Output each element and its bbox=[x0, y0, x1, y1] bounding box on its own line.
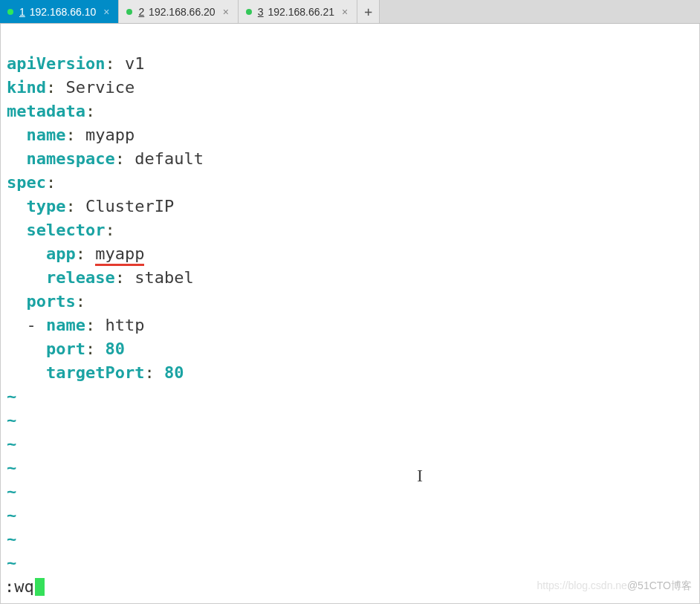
text-cursor-icon: I bbox=[417, 464, 423, 487]
vim-tilde: ~ bbox=[7, 387, 16, 406]
yaml-key: apiVersion bbox=[7, 54, 105, 73]
tab-label: 192.168.66.21 bbox=[268, 6, 335, 18]
status-dot-icon bbox=[246, 9, 252, 15]
yaml-key: release bbox=[46, 268, 115, 287]
vim-tilde: ~ bbox=[7, 506, 16, 525]
watermark-main: @51CTO博客 bbox=[627, 579, 692, 591]
yaml-value: http bbox=[105, 316, 144, 334]
yaml-key: namespace bbox=[27, 149, 115, 168]
tab-number: 2 bbox=[138, 6, 144, 18]
yaml-key: metadata bbox=[7, 102, 85, 120]
close-icon[interactable]: × bbox=[221, 6, 230, 18]
watermark: https://blog.csdn.ne@51CTO博客 bbox=[537, 574, 692, 597]
yaml-value: ClusterIP bbox=[85, 197, 174, 215]
vim-tilde: ~ bbox=[7, 435, 16, 453]
tab-2[interactable]: 2 192.168.66.20 × bbox=[119, 0, 238, 23]
yaml-key: name bbox=[46, 316, 85, 334]
yaml-value: myapp bbox=[85, 126, 135, 144]
yaml-value: 80 bbox=[105, 340, 125, 358]
close-icon[interactable]: × bbox=[102, 6, 111, 18]
status-dot-icon bbox=[7, 9, 13, 15]
tab-3[interactable]: 3 192.168.66.21 × bbox=[239, 0, 357, 23]
tab-bar: 1 192.168.66.10 × 2 192.168.66.20 × 3 19… bbox=[0, 0, 700, 24]
cursor-icon bbox=[35, 578, 45, 596]
yaml-value: default bbox=[135, 149, 204, 168]
editor-pane[interactable]: apiVersion: v1 kind: Service metadata: n… bbox=[0, 24, 700, 604]
vim-tilde: ~ bbox=[7, 458, 16, 477]
yaml-key: port bbox=[46, 340, 85, 358]
vim-tilde: ~ bbox=[7, 482, 16, 501]
vim-command-line[interactable]: :wq bbox=[4, 575, 45, 599]
yaml-value: Service bbox=[65, 78, 135, 97]
yaml-value: stabel bbox=[135, 268, 193, 287]
yaml-value: v1 bbox=[125, 54, 145, 73]
yaml-key: type bbox=[27, 197, 66, 215]
new-tab-button[interactable]: + bbox=[357, 0, 380, 23]
yaml-key: name bbox=[27, 126, 66, 144]
tab-number: 1 bbox=[19, 6, 25, 18]
yaml-dash: - bbox=[27, 316, 36, 334]
tab-label: 192.168.66.20 bbox=[149, 6, 215, 18]
tab-1[interactable]: 1 192.168.66.10 × bbox=[0, 0, 119, 23]
vim-tilde: ~ bbox=[7, 411, 16, 429]
yaml-key: selector bbox=[27, 221, 106, 239]
yaml-key: spec bbox=[7, 173, 46, 192]
status-dot-icon bbox=[126, 9, 132, 15]
vim-tilde: ~ bbox=[7, 530, 16, 548]
tab-number: 3 bbox=[258, 6, 264, 18]
yaml-key: app bbox=[46, 244, 76, 263]
watermark-faint: https://blog.csdn.ne bbox=[537, 579, 626, 591]
close-icon[interactable]: × bbox=[340, 6, 349, 18]
tab-label: 192.168.66.10 bbox=[30, 6, 97, 18]
vim-tilde: ~ bbox=[7, 553, 16, 572]
yaml-key: kind bbox=[7, 78, 46, 97]
vim-command-text: :wq bbox=[4, 577, 34, 596]
yaml-key: ports bbox=[27, 292, 76, 311]
yaml-value-highlighted: myapp bbox=[95, 244, 144, 266]
yaml-key: targetPort bbox=[46, 363, 144, 382]
yaml-value: 80 bbox=[164, 363, 184, 382]
